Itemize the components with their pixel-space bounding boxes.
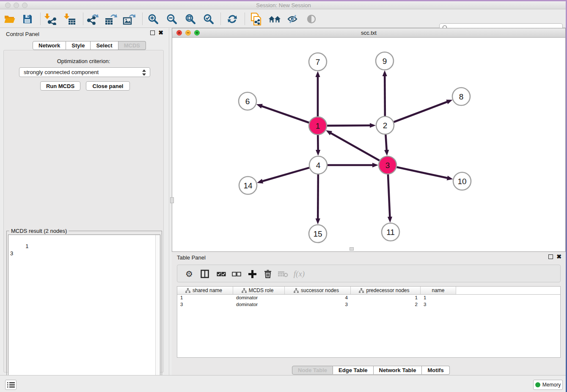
tab-network[interactable]: Network: [33, 41, 66, 50]
open-file-icon[interactable]: [3, 12, 17, 26]
save-session-icon[interactable]: [20, 12, 35, 26]
column-header-MCDS-role[interactable]: MCDS role: [233, 287, 285, 294]
float-table-panel-icon[interactable]: [548, 254, 553, 259]
graph-edge-1-6[interactable]: [256, 104, 309, 123]
delete-table-icon[interactable]: [276, 267, 290, 281]
graph-node-14[interactable]: 14: [239, 177, 257, 194]
run-mcds-button[interactable]: Run MCDS: [40, 81, 80, 91]
export-table-icon[interactable]: [104, 12, 118, 26]
svg-text:6: 6: [245, 97, 250, 106]
tab-network-table[interactable]: Network Table: [374, 366, 422, 375]
graph-node-3[interactable]: 3: [379, 156, 396, 174]
refresh-view-icon[interactable]: [225, 12, 239, 26]
cell-shared-name[interactable]: 3: [177, 301, 233, 308]
graph-edge-2-9[interactable]: [383, 70, 387, 116]
graph-edge-3-10[interactable]: [397, 167, 453, 180]
graph-edge-2-8[interactable]: [394, 99, 453, 122]
network-window-titlebar[interactable]: scc.txt: [172, 28, 565, 38]
close-panel-button[interactable]: Close panel: [86, 81, 130, 91]
graph-node-7[interactable]: 7: [309, 53, 327, 71]
toolbar-separator: [83, 13, 83, 25]
network-canvas[interactable]: 7968124314101511: [172, 38, 565, 251]
graph-node-2[interactable]: 2: [376, 116, 394, 134]
home-network-icon[interactable]: [267, 12, 282, 26]
task-history-list-icon[interactable]: [5, 380, 17, 390]
export-network-icon[interactable]: [85, 12, 100, 26]
graph-node-4[interactable]: 4: [309, 156, 327, 174]
result-scrollbar[interactable]: [155, 235, 160, 390]
add-column-plus-icon[interactable]: [245, 267, 259, 281]
zoom-fit-icon[interactable]: [183, 12, 198, 26]
graph-node-9[interactable]: 9: [376, 52, 394, 70]
column-settings-gear-icon[interactable]: ⚙: [182, 267, 196, 281]
network-view-window: scc.txt 7968124314101511: [172, 28, 566, 252]
function-builder-icon[interactable]: f(x): [292, 267, 306, 281]
table-row[interactable]: 1dominator411: [177, 295, 560, 301]
tab-motifs[interactable]: Motifs: [422, 366, 449, 375]
cell-MCDS-role[interactable]: dominator: [233, 295, 285, 301]
import-network-icon[interactable]: [43, 12, 58, 26]
column-header-name[interactable]: name: [421, 287, 456, 294]
zoom-in-icon[interactable]: [146, 12, 160, 26]
graph-edge-1-4[interactable]: [316, 135, 320, 156]
cell-name[interactable]: 1: [421, 295, 456, 301]
zoom-out-icon[interactable]: [165, 12, 179, 26]
cell-MCDS-role[interactable]: dominator: [233, 301, 285, 308]
select-all-columns-icon[interactable]: [215, 267, 228, 281]
splitter-handle[interactable]: [350, 247, 354, 251]
hide-unselected-eye-icon[interactable]: [286, 12, 300, 26]
column-layout-icon[interactable]: [198, 267, 212, 281]
tab-edge-table[interactable]: Edge Table: [333, 366, 373, 375]
status-bar: Memory: [0, 375, 567, 392]
graph-edge-1-2[interactable]: [327, 123, 376, 128]
criterion-dropdown[interactable]: strongly connected component: [19, 67, 150, 77]
panel-divider[interactable]: [169, 28, 169, 375]
export-image-icon[interactable]: [122, 12, 136, 26]
cell-predecessor-nodes[interactable]: 1: [351, 295, 421, 301]
delete-column-trash-icon[interactable]: [261, 267, 275, 281]
graph-edge-2-3[interactable]: [384, 135, 389, 156]
table-row[interactable]: 3dominator323: [177, 301, 560, 308]
graph-edge-4-3[interactable]: [328, 163, 378, 167]
column-header-predecessor-nodes[interactable]: predecessor nodes: [351, 287, 421, 294]
memory-status-button[interactable]: Memory: [533, 380, 563, 390]
cell-shared-name[interactable]: 1: [177, 295, 233, 301]
tab-style[interactable]: Style: [66, 41, 91, 50]
tab-select[interactable]: Select: [91, 41, 118, 50]
cell-successor-nodes[interactable]: 3: [285, 301, 351, 308]
graph-edge-1-7[interactable]: [315, 71, 320, 116]
clone-network-icon[interactable]: [249, 12, 263, 26]
graph-edge-3-11[interactable]: [388, 174, 392, 223]
import-table-icon[interactable]: [63, 12, 77, 26]
mcds-panel: Optimization criterion: strongly connect…: [3, 50, 164, 373]
tab-node-table[interactable]: Node Table: [292, 366, 333, 375]
graph-node-15[interactable]: 15: [309, 225, 327, 243]
cell-predecessor-nodes[interactable]: 2: [351, 301, 421, 308]
table-type-tabs: Node TableEdge TableNetwork TableMotifs: [292, 366, 450, 375]
deselect-all-columns-icon[interactable]: [230, 267, 243, 281]
graph-edge-3-1[interactable]: [326, 130, 380, 160]
table-toolbar: ⚙ f(x): [177, 265, 561, 282]
close-panel-icon[interactable]: ✖: [158, 30, 163, 35]
graph-edge-4-15[interactable]: [316, 174, 320, 224]
mcds-result-fieldset: MCDS result (2 nodes) 1 3: [6, 231, 162, 392]
svg-text:7: 7: [316, 58, 320, 66]
graph-node-6[interactable]: 6: [239, 92, 256, 110]
mcds-result-text[interactable]: 1 3: [8, 235, 160, 391]
column-header-shared-name[interactable]: shared name: [177, 287, 233, 294]
graph-edge-4-14[interactable]: [257, 168, 309, 183]
cell-successor-nodes[interactable]: 4: [285, 295, 351, 301]
graph-node-11[interactable]: 11: [382, 223, 399, 241]
float-panel-icon[interactable]: [150, 30, 155, 35]
splitter-handle[interactable]: [170, 197, 174, 203]
graph-node-10[interactable]: 10: [453, 172, 471, 190]
toolbar-separator: [220, 13, 221, 25]
graph-node-1[interactable]: 1: [309, 117, 327, 135]
close-table-panel-icon[interactable]: ✖: [556, 254, 561, 259]
zoom-selected-icon[interactable]: [201, 12, 216, 26]
show-details-eye-icon[interactable]: [304, 12, 319, 26]
graph-node-8[interactable]: 8: [452, 88, 470, 105]
column-header-successor-nodes[interactable]: successor nodes: [285, 287, 351, 294]
cell-name[interactable]: 3: [421, 301, 456, 308]
tab-mcds[interactable]: MCDS: [118, 41, 146, 50]
